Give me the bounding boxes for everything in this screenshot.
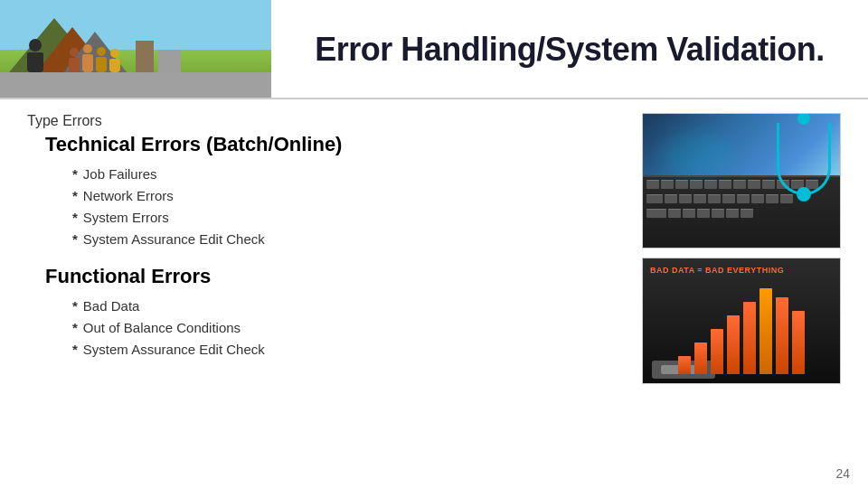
bullet-star: *	[72, 339, 78, 361]
page-title: Error Handling/System Validation.	[315, 31, 825, 69]
bar-7	[776, 297, 788, 374]
header-banner: Error Handling/System Validation.	[0, 0, 868, 99]
landscape-background	[0, 0, 271, 99]
technical-bullet-4: *System Assurance Edit Check	[72, 229, 624, 250]
technical-errors-heading: Technical Errors (Batch/Online)	[45, 133, 624, 156]
technical-bullet-1: *Job Failures	[72, 164, 624, 185]
functional-bullet-list: *Bad Data*Out of Balance Conditions*Syst…	[72, 296, 624, 361]
building-1	[136, 41, 154, 72]
bar-2	[694, 343, 707, 374]
person-3-silhouette	[82, 44, 93, 72]
type-errors-label: Type Errors	[27, 113, 624, 129]
person-5-silhouette	[109, 49, 120, 72]
right-images: BAD DATA = BAD EVERYTHING	[642, 113, 841, 384]
bar-6	[760, 288, 772, 374]
bullet-star: *	[72, 229, 78, 250]
bar-1	[678, 356, 691, 374]
functional-errors-heading: Functional Errors	[45, 265, 624, 288]
bar-3	[711, 329, 723, 374]
bad-data-label: BAD DATA = BAD EVERYTHING	[650, 266, 784, 275]
bullet-star: *	[72, 317, 78, 339]
road	[0, 72, 271, 99]
building-2	[158, 50, 181, 72]
page-number: 24	[835, 466, 850, 481]
cameraman-silhouette	[27, 39, 43, 72]
data-image: BAD DATA = BAD EVERYTHING	[642, 258, 841, 384]
title-area: Error Handling/System Validation.	[271, 0, 868, 99]
bar-5	[743, 302, 756, 374]
bar-4	[727, 315, 740, 374]
technical-bullet-2: *Network Errors	[72, 185, 624, 207]
bullet-star: *	[72, 164, 78, 185]
tech-image	[642, 113, 841, 249]
left-content: Type Errors Technical Errors (Batch/Onli…	[27, 113, 624, 384]
stethoscope-icon	[777, 123, 831, 195]
functional-bullet-2: *Out of Balance Conditions	[72, 317, 624, 339]
bar-8	[792, 311, 805, 374]
bullet-star: *	[72, 207, 78, 229]
functional-bullet-3: *System Assurance Edit Check	[72, 339, 624, 361]
technical-bullet-list: *Job Failures*Network Errors*System Erro…	[72, 164, 624, 250]
people-silhouettes	[27, 39, 120, 72]
technical-bullet-3: *System Errors	[72, 207, 624, 229]
person-1-silhouette	[55, 46, 66, 72]
bullet-star: *	[72, 296, 78, 317]
functional-bullet-1: *Bad Data	[72, 296, 624, 317]
bullet-star: *	[72, 185, 78, 207]
person-2-silhouette	[69, 48, 80, 72]
person-4-silhouette	[96, 47, 107, 72]
bar-chart	[678, 288, 805, 374]
content-area: Type Errors Technical Errors (Batch/Onli…	[0, 99, 868, 393]
